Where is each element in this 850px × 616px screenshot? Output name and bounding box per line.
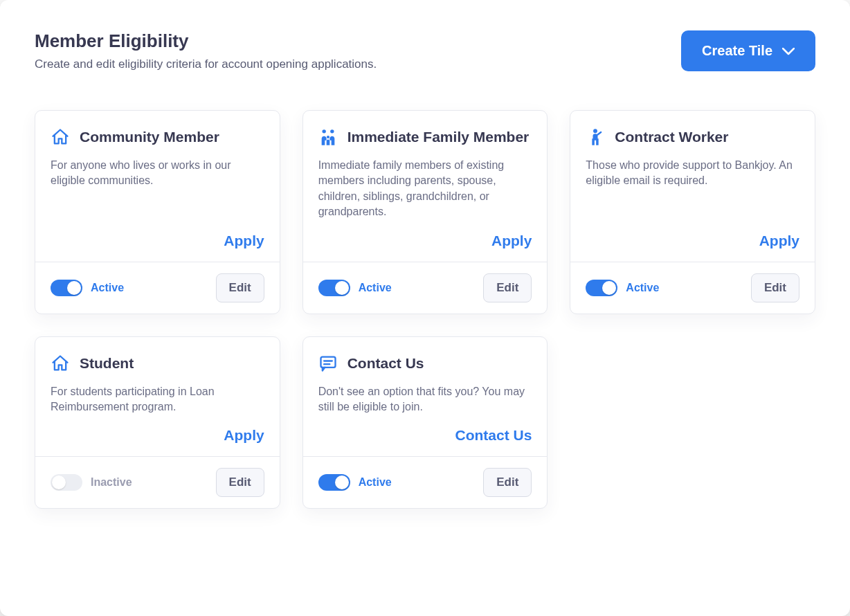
tile-action-row: Apply [586,220,799,262]
tile-footer: ActiveEdit [303,456,548,508]
edit-button[interactable]: Edit [751,273,799,302]
status-label: Active [626,282,659,294]
status-group: Active [586,280,659,296]
svg-point-0 [322,129,325,133]
status-group: Active [318,280,392,296]
apply-link[interactable]: Apply [224,233,264,249]
eligibility-tile: StudentFor students participating in Loa… [35,336,280,509]
eligibility-page: Member Eligibility Create and edit eligi… [0,0,850,616]
tile-action-row: Apply [51,220,264,262]
tile-title: Contact Us [347,354,424,372]
active-toggle[interactable] [586,280,617,296]
active-toggle[interactable] [51,280,82,296]
status-group: Inactive [51,474,132,491]
tile-title-row: Student [51,354,264,373]
eligibility-tile: Contact UsDon't see an option that fits … [302,336,548,509]
svg-point-3 [593,129,597,133]
contact-us-link[interactable]: Contact Us [455,427,532,444]
tile-action-row: Contact Us [318,415,532,456]
status-label: Active [91,282,124,294]
tile-title-row: Community Member [51,127,264,147]
status-group: Active [318,474,392,491]
eligibility-tile: Immediate Family MemberImmediate family … [302,110,548,314]
tile-footer: ActiveEdit [303,262,548,314]
tile-title: Community Member [80,128,219,145]
edit-button[interactable]: Edit [216,273,264,302]
eligibility-tile: Community MemberFor anyone who lives or … [35,110,280,314]
edit-button[interactable]: Edit [483,468,532,497]
tile-grid: Community MemberFor anyone who lives or … [35,110,815,509]
tile-body: Community MemberFor anyone who lives or … [35,111,280,262]
active-toggle[interactable] [318,280,350,296]
tile-description: Immediate family members of existing mem… [318,158,532,220]
tile-description: Don't see an option that fits you? You m… [318,384,532,415]
create-tile-label: Create Tile [702,43,772,59]
page-header-left: Member Eligibility Create and edit eligi… [35,30,377,71]
svg-point-1 [330,129,334,133]
status-label: Active [359,282,392,294]
person-icon [586,127,605,147]
eligibility-tile: Contract WorkerThose who provide support… [570,110,815,314]
tile-title-row: Contract Worker [586,127,799,147]
page-title: Member Eligibility [35,30,377,52]
tile-title: Student [80,354,134,372]
status-label: Inactive [91,476,132,489]
page-subtitle: Create and edit eligibility criteria for… [35,57,377,71]
edit-button[interactable]: Edit [483,273,532,302]
active-toggle[interactable] [51,474,82,491]
tile-action-row: Apply [51,415,264,456]
apply-link[interactable]: Apply [491,233,532,249]
create-tile-button[interactable]: Create Tile [681,30,815,71]
tile-description: Those who provide support to Bankjoy. An… [586,158,799,220]
apply-link[interactable]: Apply [759,233,799,249]
active-toggle[interactable] [318,474,350,491]
chat-icon [318,354,338,373]
status-group: Active [51,280,124,296]
svg-rect-4 [320,356,335,367]
page-header: Member Eligibility Create and edit eligi… [35,30,815,71]
tile-description: For anyone who lives or works in our eli… [51,158,264,220]
tile-footer: InactiveEdit [35,456,280,508]
tile-title-row: Contact Us [318,354,532,373]
tile-title: Contract Worker [615,128,728,145]
tile-body: Contract WorkerThose who provide support… [570,111,815,262]
family-icon [318,127,338,147]
svg-point-2 [327,136,329,138]
tile-footer: ActiveEdit [570,262,815,314]
tile-footer: ActiveEdit [35,262,280,314]
tile-body: Immediate Family MemberImmediate family … [303,111,548,262]
tile-action-row: Apply [318,220,532,262]
status-label: Active [359,476,392,489]
chevron-down-icon [782,43,795,59]
tile-description: For students participating in Loan Reimb… [51,384,264,415]
house-icon [51,354,70,373]
tile-title-row: Immediate Family Member [318,127,532,147]
tile-body: StudentFor students participating in Loa… [35,337,280,457]
house-icon [51,127,70,147]
tile-body: Contact UsDon't see an option that fits … [303,337,548,457]
tile-title: Immediate Family Member [347,128,530,145]
apply-link[interactable]: Apply [224,427,264,444]
edit-button[interactable]: Edit [216,468,264,497]
